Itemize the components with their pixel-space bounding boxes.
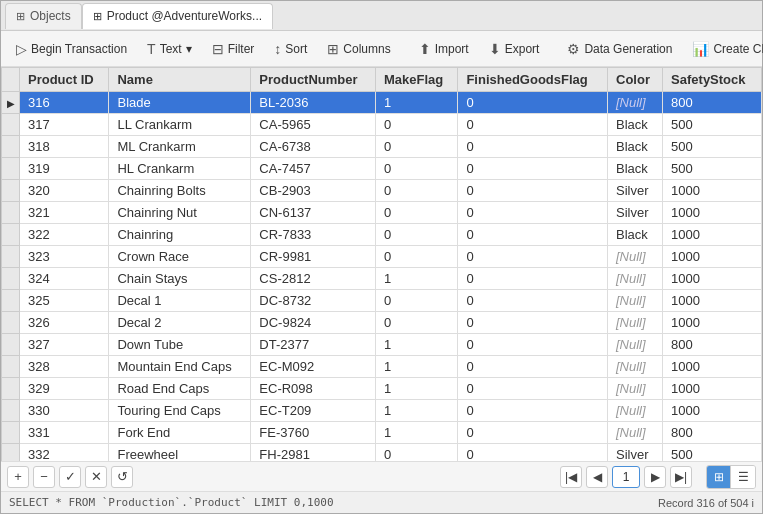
data-grid[interactable]: Product ID Name ProductNumber MakeFlag F… bbox=[1, 67, 762, 461]
table-row[interactable]: 322ChainringCR-783300Black1000 bbox=[2, 224, 762, 246]
row-marker-cell bbox=[2, 444, 20, 462]
cell-safety-stock: 1000 bbox=[663, 290, 762, 312]
cell-name: Chain Stays bbox=[109, 268, 251, 290]
data-table: Product ID Name ProductNumber MakeFlag F… bbox=[1, 67, 762, 461]
apply-button[interactable]: ✓ bbox=[59, 466, 81, 488]
sort-button[interactable]: ↕ Sort bbox=[265, 37, 316, 61]
col-header-safety-stock[interactable]: SafetyStock bbox=[663, 68, 762, 92]
table-row[interactable]: 324Chain StaysCS-281210[Null]1000 bbox=[2, 268, 762, 290]
begin-transaction-button[interactable]: ▷ Begin Transaction bbox=[7, 37, 136, 61]
table-row[interactable]: 317LL CrankarmCA-596500Black500 bbox=[2, 114, 762, 136]
cell-finished-goods-flag: 0 bbox=[458, 136, 608, 158]
cell-safety-stock: 800 bbox=[663, 422, 762, 444]
cell-finished-goods-flag: 0 bbox=[458, 202, 608, 224]
table-row[interactable]: 328Mountain End CapsEC-M09210[Null]1000 bbox=[2, 356, 762, 378]
sort-icon: ↕ bbox=[274, 41, 281, 57]
cell-make-flag: 0 bbox=[375, 158, 457, 180]
table-row[interactable]: 329Road End CapsEC-R09810[Null]1000 bbox=[2, 378, 762, 400]
cell-name: Decal 1 bbox=[109, 290, 251, 312]
data-generation-label: Data Generation bbox=[584, 42, 672, 56]
table-row[interactable]: 330Touring End CapsEC-T20910[Null]1000 bbox=[2, 400, 762, 422]
cell-finished-goods-flag: 0 bbox=[458, 400, 608, 422]
cell-product-id: 330 bbox=[20, 400, 109, 422]
next-page-button[interactable]: ▶ bbox=[644, 466, 666, 488]
cell-color: Black bbox=[608, 224, 663, 246]
table-row[interactable]: 319HL CrankarmCA-745700Black500 bbox=[2, 158, 762, 180]
cell-color: [Null] bbox=[608, 400, 663, 422]
status-bar: SELECT * FROM `Production`.`Product` LIM… bbox=[1, 491, 762, 513]
table-row[interactable]: 323Crown RaceCR-998100[Null]1000 bbox=[2, 246, 762, 268]
status-record: Record 316 of 504 i bbox=[658, 497, 754, 509]
cell-finished-goods-flag: 0 bbox=[458, 246, 608, 268]
import-icon: ⬆ bbox=[419, 41, 431, 57]
tab-bar: ⊞ Objects ⊞ Product @AdventureWorks... bbox=[1, 1, 762, 31]
col-header-make-flag[interactable]: MakeFlag bbox=[375, 68, 457, 92]
table-row[interactable]: 321Chainring NutCN-613700Silver1000 bbox=[2, 202, 762, 224]
refresh-button[interactable]: ↺ bbox=[111, 466, 133, 488]
cell-finished-goods-flag: 0 bbox=[458, 312, 608, 334]
row-marker-cell bbox=[2, 246, 20, 268]
cell-color: [Null] bbox=[608, 246, 663, 268]
row-marker-cell: ▶ bbox=[2, 92, 20, 114]
last-page-button[interactable]: ▶| bbox=[670, 466, 692, 488]
import-button[interactable]: ⬆ Import bbox=[410, 37, 478, 61]
col-header-name[interactable]: Name bbox=[109, 68, 251, 92]
create-chart-label: Create Cha... bbox=[713, 42, 763, 56]
cell-safety-stock: 500 bbox=[663, 136, 762, 158]
row-marker-cell bbox=[2, 268, 20, 290]
cell-make-flag: 1 bbox=[375, 268, 457, 290]
data-generation-button[interactable]: ⚙ Data Generation bbox=[558, 37, 681, 61]
cell-product-id: 322 bbox=[20, 224, 109, 246]
cell-finished-goods-flag: 0 bbox=[458, 268, 608, 290]
add-row-button[interactable]: + bbox=[7, 466, 29, 488]
form-view-button[interactable]: ☰ bbox=[731, 466, 755, 488]
col-header-finished-goods-flag[interactable]: FinishedGoodsFlag bbox=[458, 68, 608, 92]
col-header-color[interactable]: Color bbox=[608, 68, 663, 92]
sort-label: Sort bbox=[285, 42, 307, 56]
cell-product-number: CA-6738 bbox=[251, 136, 376, 158]
cell-make-flag: 0 bbox=[375, 136, 457, 158]
table-row[interactable]: 332FreewheelFH-298100Silver500 bbox=[2, 444, 762, 462]
cell-product-number: CS-2812 bbox=[251, 268, 376, 290]
row-marker-cell bbox=[2, 114, 20, 136]
cell-finished-goods-flag: 0 bbox=[458, 114, 608, 136]
text-button[interactable]: T Text ▾ bbox=[138, 37, 201, 61]
table-row[interactable]: 326Decal 2DC-982400[Null]1000 bbox=[2, 312, 762, 334]
table-row[interactable]: 320Chainring BoltsCB-290300Silver1000 bbox=[2, 180, 762, 202]
row-marker-cell bbox=[2, 180, 20, 202]
filter-button[interactable]: ⊟ Filter bbox=[203, 37, 264, 61]
row-marker-cell bbox=[2, 290, 20, 312]
col-header-product-id[interactable]: Product ID bbox=[20, 68, 109, 92]
cell-make-flag: 1 bbox=[375, 356, 457, 378]
tab-product[interactable]: ⊞ Product @AdventureWorks... bbox=[82, 3, 273, 29]
export-button[interactable]: ⬇ Export bbox=[480, 37, 549, 61]
cell-product-number: EC-M092 bbox=[251, 356, 376, 378]
cell-finished-goods-flag: 0 bbox=[458, 158, 608, 180]
export-label: Export bbox=[505, 42, 540, 56]
cell-name: HL Crankarm bbox=[109, 158, 251, 180]
tab-objects[interactable]: ⊞ Objects bbox=[5, 3, 82, 29]
cell-color: Black bbox=[608, 158, 663, 180]
table-row[interactable]: 325Decal 1DC-873200[Null]1000 bbox=[2, 290, 762, 312]
cell-make-flag: 1 bbox=[375, 400, 457, 422]
grid-view-button[interactable]: ⊞ bbox=[707, 466, 731, 488]
table-row[interactable]: 331Fork EndFE-376010[Null]800 bbox=[2, 422, 762, 444]
first-page-button[interactable]: |◀ bbox=[560, 466, 582, 488]
cell-color: Silver bbox=[608, 444, 663, 462]
prev-page-button[interactable]: ◀ bbox=[586, 466, 608, 488]
table-row[interactable]: ▶316BladeBL-203610[Null]800 bbox=[2, 92, 762, 114]
cancel-button[interactable]: ✕ bbox=[85, 466, 107, 488]
row-marker-header bbox=[2, 68, 20, 92]
table-row[interactable]: 318ML CrankarmCA-673800Black500 bbox=[2, 136, 762, 158]
table-row[interactable]: 327Down TubeDT-237710[Null]800 bbox=[2, 334, 762, 356]
columns-button[interactable]: ⊞ Columns bbox=[318, 37, 399, 61]
cell-color: [Null] bbox=[608, 356, 663, 378]
cell-product-number: EC-R098 bbox=[251, 378, 376, 400]
page-number-input[interactable] bbox=[612, 466, 640, 488]
create-chart-button[interactable]: 📊 Create Cha... bbox=[683, 37, 763, 61]
col-header-product-number[interactable]: ProductNumber bbox=[251, 68, 376, 92]
cell-safety-stock: 1000 bbox=[663, 246, 762, 268]
remove-row-button[interactable]: − bbox=[33, 466, 55, 488]
view-mode-buttons: ⊞ ☰ bbox=[706, 465, 756, 489]
cell-color: Silver bbox=[608, 180, 663, 202]
